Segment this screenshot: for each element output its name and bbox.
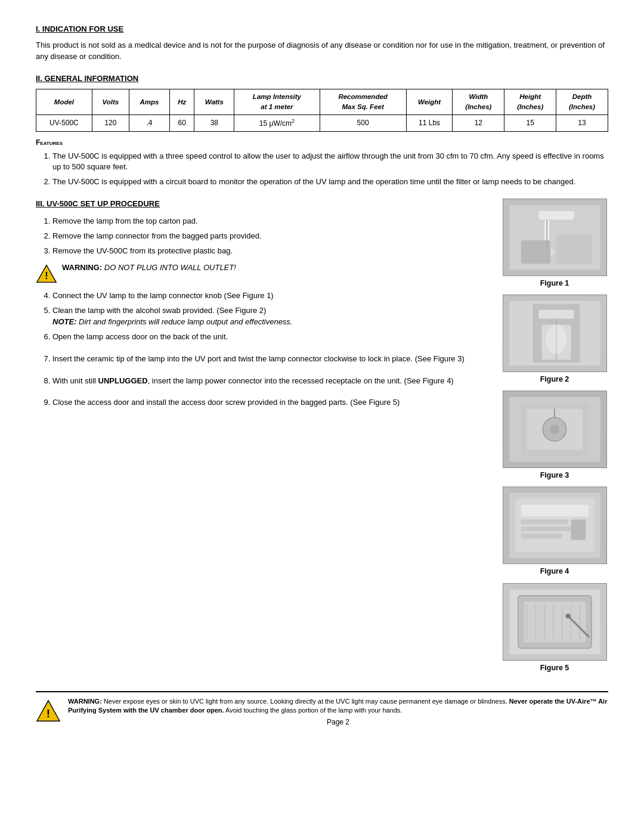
svg-point-44 <box>565 614 570 618</box>
cell-depth: 13 <box>556 114 608 131</box>
feature-2: The UV-500C is equipped with a circuit b… <box>52 176 608 188</box>
features-list: The UV-500C is equipped with a three spe… <box>52 151 608 188</box>
step-6: Open the lamp access door on the back of… <box>52 332 489 343</box>
step-9: Close the access door and install the ac… <box>52 397 489 408</box>
figure-2-caption: Figure 2 <box>540 374 569 385</box>
warning-message: DO NOT PLUG INTO WALL OUTLET! <box>104 263 236 272</box>
col-height: Height(Inches) <box>504 89 556 114</box>
cell-model: UV-500C <box>36 114 92 131</box>
footer-warning-text: WARNING: Never expose eyes or skin to UV… <box>68 697 608 716</box>
setup-steps-list-continued: Connect the UV lamp to the lamp connecto… <box>52 290 489 408</box>
figure-5-image <box>503 583 607 661</box>
roman-numeral-iii: III. <box>36 199 44 208</box>
section-general: II. GENERAL INFORMATION Model Volts Amps… <box>36 73 608 188</box>
setup-steps-list: Remove the lamp from the top carton pad.… <box>52 216 489 257</box>
figure-5-svg <box>503 584 606 660</box>
footer: ! WARNING: Never expose eyes or skin to … <box>36 691 608 728</box>
col-hz: Hz <box>170 89 194 114</box>
col-model: Model <box>36 89 92 114</box>
figure-5-caption: Figure 5 <box>540 662 569 673</box>
svg-rect-8 <box>556 234 591 264</box>
cell-volts: 120 <box>92 114 129 131</box>
figure-1-box: Figure 1 <box>501 199 608 289</box>
step-7: Insert the ceramic tip of the lamp into … <box>52 354 489 365</box>
footer-warning-triangle-icon: ! <box>36 698 61 723</box>
figure-2-image <box>503 295 607 372</box>
figure-1-caption: Figure 1 <box>540 278 569 289</box>
footer-page-label: Page 2 <box>68 717 608 727</box>
figure-2-box: Figure 2 <box>501 295 608 385</box>
cell-width: 12 <box>453 114 504 131</box>
svg-point-16 <box>546 324 566 354</box>
roman-numeral-ii: II. <box>36 74 42 83</box>
warning-label: WARNING: <box>62 263 102 272</box>
svg-rect-30 <box>521 534 562 538</box>
cell-weight: 11 Lbs <box>406 114 453 131</box>
section-iii-title: UV-500C SET UP PROCEDURE <box>47 199 160 208</box>
note-label: NOTE: <box>52 317 76 326</box>
warning-block: ! WARNING: DO NOT PLUG INTO WALL OUTLET! <box>36 262 489 284</box>
feature-1: The UV-500C is equipped with a three spe… <box>52 151 608 174</box>
figure-1-svg <box>503 199 606 275</box>
cell-height: 15 <box>504 114 556 131</box>
figure-3-box: Figure 3 <box>501 391 608 481</box>
svg-text:!: ! <box>45 270 48 281</box>
col-amps: Amps <box>129 89 169 114</box>
figure-3-image <box>503 391 607 468</box>
figure-4-image <box>503 487 607 564</box>
col-recommended: RecommendedMax Sq. Feet <box>320 89 406 114</box>
note-text: Dirt and fingerprints will reduce lamp o… <box>76 317 292 326</box>
section-indication: I. INDICATION FOR USE This product is no… <box>36 24 608 63</box>
setup-main-content: III. UV-500C SET UP PROCEDURE Remove the… <box>36 199 489 673</box>
step-5: Clean the lamp with the alcohol swab pro… <box>52 305 489 328</box>
svg-rect-35 <box>524 601 585 642</box>
footer-content: WARNING: Never expose eyes or skin to UV… <box>68 697 608 728</box>
col-lamp-intensity: Lamp Intensityat 1 meter <box>234 89 320 114</box>
svg-point-22 <box>550 425 559 434</box>
step-2: Remove the lamp connector from the bagge… <box>52 231 489 242</box>
step-4: Connect the UV lamp to the lamp connecto… <box>52 290 489 302</box>
col-watts: Watts <box>194 89 234 114</box>
svg-text:!: ! <box>47 707 50 720</box>
figures-column: Figure 1 Figure 2 <box>501 199 608 673</box>
svg-rect-4 <box>538 211 574 220</box>
figure-5-box: Figure 5 <box>501 583 608 673</box>
figure-3-caption: Figure 3 <box>540 470 569 481</box>
footer-additional-text: Avoid touching the glass portion of the … <box>225 707 402 714</box>
roman-numeral-i: I. <box>36 24 40 33</box>
figure-2-svg <box>503 295 606 371</box>
section-ii-title: GENERAL INFORMATION <box>44 74 138 83</box>
figure-1-image <box>503 199 607 276</box>
features-label: Features <box>36 138 608 148</box>
svg-rect-28 <box>521 520 568 525</box>
figure-4-box: Figure 4 <box>501 487 608 577</box>
step-8: With unit still UNPLUGGED, insert the la… <box>52 376 489 387</box>
col-weight: Weight <box>406 89 453 114</box>
svg-rect-27 <box>521 505 588 517</box>
warning-text: WARNING: DO NOT PLUG INTO WALL OUTLET! <box>62 262 236 274</box>
section-i-header: I. INDICATION FOR USE <box>36 24 608 35</box>
section-i-title: INDICATION FOR USE <box>42 24 123 33</box>
figure-4-caption: Figure 4 <box>540 566 569 577</box>
cell-hz: 60 <box>170 114 194 131</box>
footer-warning-body: Never expose eyes or skin to UVC light f… <box>104 698 507 705</box>
step-3: Remove the UV-500C from its protective p… <box>52 246 489 257</box>
specifications-table: Model Volts Amps Hz Watts Lamp Intensity… <box>36 89 608 132</box>
svg-rect-29 <box>521 527 574 531</box>
section-iii-header: III. UV-500C SET UP PROCEDURE <box>36 199 489 210</box>
footer-warning-label: WARNING: <box>68 698 102 705</box>
col-depth: Depth(Inches) <box>556 89 608 114</box>
col-volts: Volts <box>92 89 129 114</box>
unplugged-text: UNPLUGGED <box>98 376 148 385</box>
cell-amps: .4 <box>129 114 169 131</box>
cell-recommended: 500 <box>320 114 406 131</box>
section-setup-with-figures: III. UV-500C SET UP PROCEDURE Remove the… <box>36 199 608 673</box>
indication-body: This product is not sold as a medical de… <box>36 40 608 63</box>
cell-lamp-intensity: 15 μW/cm2 <box>234 114 320 131</box>
svg-rect-31 <box>571 520 586 540</box>
table-row: UV-500C 120 .4 60 38 15 μW/cm2 500 11 Lb… <box>36 114 608 131</box>
svg-rect-13 <box>538 310 574 319</box>
figure-4-svg <box>503 487 606 563</box>
cell-watts: 38 <box>194 114 234 131</box>
svg-rect-7 <box>521 240 550 264</box>
